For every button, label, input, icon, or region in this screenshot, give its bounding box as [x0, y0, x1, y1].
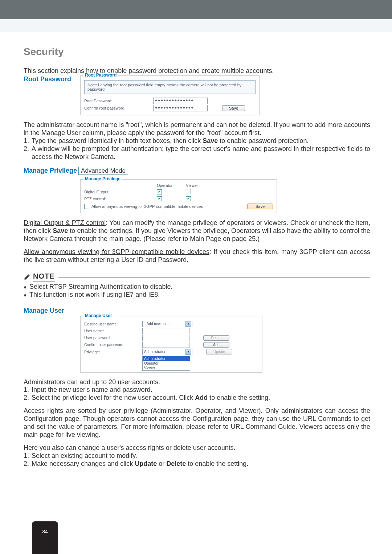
- delete-button[interactable]: Delete: [203, 335, 229, 341]
- note-word: NOTE: [33, 272, 55, 280]
- chevron-down-icon: ▾: [185, 349, 191, 355]
- ptz-viewer-checkbox[interactable]: [186, 196, 191, 201]
- mu-li2a: Select the privilege level for the new u…: [32, 394, 195, 401]
- root-password-input[interactable]: ●●●●●●●●●●●●●●: [153, 98, 208, 104]
- add-button[interactable]: Add: [203, 342, 229, 348]
- privilege-dropdown[interactable]: Administrator Operator Viewer: [142, 356, 190, 371]
- root-password-label: Root Password:: [84, 99, 153, 103]
- note-b1: Select RTSP Streaming Authentication to …: [29, 283, 173, 291]
- privilege-select[interactable]: Administrator ▾: [142, 349, 192, 355]
- manage-privilege-heading: Manage Privilege: [24, 167, 77, 175]
- root-desc-li1b: Save: [203, 137, 218, 144]
- privilege-value: Administrator: [144, 350, 166, 354]
- manage-privilege-save-button[interactable]: Save: [247, 204, 273, 209]
- existing-user-select[interactable]: --Add new user-- ▾: [142, 321, 192, 327]
- mu-li2b: Add: [195, 394, 208, 401]
- mu-li3: Select an existing account to modify.: [32, 452, 370, 460]
- note-block: NOTE ●Select RTSP Streaming Authenticati…: [24, 272, 370, 299]
- user-password-label: User password:: [84, 336, 142, 340]
- user-name-label: User name:: [84, 329, 142, 333]
- root-password-heading: Root Password: [24, 75, 80, 83]
- root-password-description: The administrator account name is "root"…: [24, 121, 370, 161]
- user-password-input[interactable]: [142, 335, 189, 341]
- update-button[interactable]: Update: [206, 349, 232, 354]
- mp-desc-u1: Digital Output & PTZ control: [24, 219, 106, 226]
- digital-output-viewer-checkbox[interactable]: [186, 189, 191, 194]
- col-viewer: Viewer: [186, 183, 215, 188]
- mu-li2c: to enable the setting.: [208, 394, 270, 401]
- manage-user-description: Administrators can add up to 20 user acc…: [24, 378, 370, 468]
- page-number-tab: [32, 521, 58, 554]
- header-band: [0, 19, 392, 32]
- mu-li4a: Make necessary changes and click: [32, 460, 135, 467]
- root-password-note: Note: Leaving the root password field em…: [84, 80, 256, 94]
- bullet-icon: ●: [24, 291, 29, 299]
- advanced-mode-badge: Advanced Mode: [78, 167, 128, 175]
- intro-text: This section explains how to enable pass…: [24, 67, 370, 75]
- root-password-save-button[interactable]: Save: [222, 105, 245, 111]
- privilege-option-admin[interactable]: Administrator: [143, 356, 190, 361]
- page-number: 34: [32, 529, 58, 534]
- mu-p2: Access rights are sorted by user privile…: [24, 407, 370, 439]
- root-desc-li1c: to enable password protection.: [218, 137, 309, 144]
- manage-privilege-description: Digital Output & PTZ control: You can mo…: [24, 219, 370, 264]
- mp-d1b: Save: [53, 227, 68, 234]
- root-password-legend: Root Password: [83, 73, 118, 78]
- note-b2: This function is not work if using IE7 a…: [29, 291, 160, 299]
- top-bar: [0, 0, 392, 19]
- row-ptz-control: PTZ control:: [84, 197, 157, 201]
- col-operator: Operator: [157, 183, 186, 188]
- mp-desc-u2: Allow anonymous viewing for 3GPP-compati…: [24, 248, 209, 255]
- mu-li4e: to enable the setting.: [186, 460, 248, 467]
- manage-user-legend: Manage User: [83, 313, 114, 318]
- confirm-root-password-label: Confirm root password:: [84, 106, 153, 110]
- manage-user-heading: Manage User: [24, 307, 370, 315]
- confirm-user-password-label: Confirm user password:: [84, 342, 142, 347]
- privilege-option-operator[interactable]: Operator: [143, 361, 190, 366]
- privilege-label: Privilege:: [84, 350, 142, 354]
- note-rule: [58, 277, 370, 278]
- mu-p1: Administrators can add up to 20 user acc…: [24, 378, 370, 386]
- root-desc-li2: A window will be prompted for authentica…: [32, 145, 370, 161]
- mu-li4b: Update: [135, 460, 157, 467]
- mu-li4c: or: [157, 460, 166, 467]
- ptz-operator-checkbox[interactable]: [157, 196, 162, 201]
- page-title: Security: [24, 46, 370, 58]
- confirm-user-password-input[interactable]: [142, 342, 189, 348]
- confirm-root-password-input[interactable]: ●●●●●●●●●●●●●●: [153, 105, 208, 111]
- mu-li1: Input the new user's name and password.: [32, 386, 370, 394]
- user-name-input[interactable]: [142, 328, 189, 334]
- pencil-icon: [24, 273, 31, 280]
- existing-user-value: --Add new user--: [144, 322, 171, 326]
- mu-li4d: Delete: [166, 460, 186, 467]
- manage-user-panel: Manage User Existing user name: --Add ne…: [80, 316, 262, 373]
- allow-anonymous-label: Allow anonymous viewing for 3GPP-compati…: [91, 204, 222, 209]
- digital-output-operator-checkbox[interactable]: [157, 189, 162, 194]
- row-digital-output: Digital Output:: [84, 190, 157, 194]
- existing-user-label: Existing user name:: [84, 322, 142, 326]
- bullet-icon: ●: [24, 283, 29, 291]
- allow-anonymous-checkbox[interactable]: [84, 204, 89, 209]
- chevron-down-icon: ▾: [185, 321, 191, 327]
- manage-privilege-legend: Manage Privilege: [83, 176, 122, 181]
- mu-p3: Here you also can change a user's access…: [24, 444, 370, 452]
- mp-d1c: to enable the settings. If you give View…: [24, 227, 370, 242]
- privilege-option-viewer[interactable]: Viewer: [143, 366, 190, 370]
- root-desc-li1a: Type the password identically in both te…: [32, 137, 203, 144]
- root-desc-p1: The administrator account name is "root"…: [24, 121, 370, 137]
- root-password-panel: Root Password Note: Leaving the root pas…: [80, 75, 260, 115]
- manage-privilege-panel: Manage Privilege Operator Viewer Digital…: [80, 179, 277, 213]
